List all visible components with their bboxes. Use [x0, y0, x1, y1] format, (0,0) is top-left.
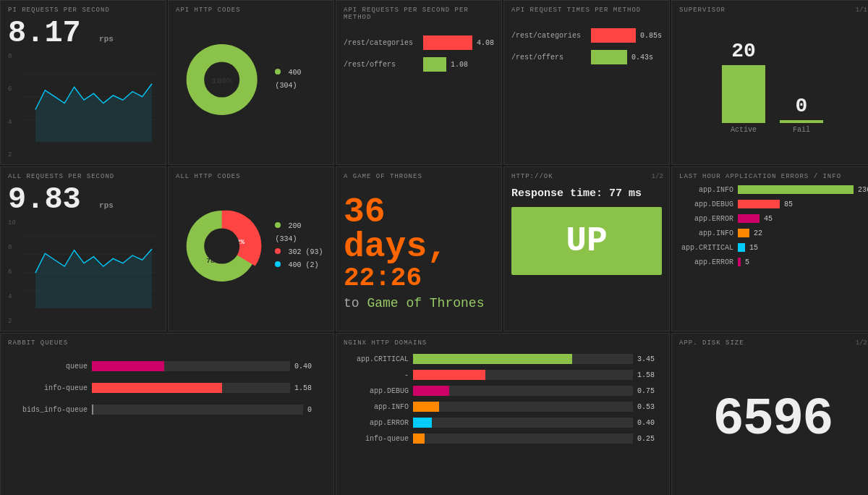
method-bar-offers [423, 57, 446, 72]
nginx-fill-infoqueue [413, 433, 425, 444]
disk-badge: 1/2 [856, 339, 867, 347]
nginx-label-infoqueue: info-queue [351, 435, 409, 443]
nginx-value-infoqueue: 0.25 [637, 435, 655, 443]
nginx-track-info [413, 402, 633, 412]
response-time: Response time: 77 ms [511, 187, 662, 200]
rabbit-label-bids: bids_info-queue [22, 406, 88, 414]
rabbit-fill-infoqueue [92, 383, 222, 393]
api-times-title: API REQUEST TIMES PER METHOD [511, 7, 662, 14]
time-bar-offers [591, 50, 627, 64]
nginx-track-dash [413, 370, 633, 380]
rabbit-fill-queue [92, 361, 164, 371]
all-rps-chart: 10 8 6 4 2 [8, 218, 158, 326]
error-fill-info2 [738, 229, 749, 237]
time-value-categories: 0.85s [640, 32, 662, 40]
supervisor-bars: 20 Active 0 Fail [679, 18, 866, 134]
api-rps-method-panel: API REQUESTS PER SECOND PER METHOD /rest… [336, 0, 502, 165]
all-rps-panel: ALL REQUESTS PER SECOND 9.83 rps 10 8 6 … [0, 166, 166, 331]
rabbit-value-bids: 0 [307, 406, 312, 414]
got-days: 36 days, [344, 195, 494, 264]
legend-item-400: 400 (304) [275, 67, 326, 93]
rabbit-label-infoqueue: info-queue [22, 384, 88, 392]
legend-dot-400b [275, 261, 281, 267]
nginx-panel: NGINX HTTP DOMAINS app.CRITICAL 3.45 - 1… [336, 333, 670, 495]
error-row-error2: app.ERROR 5 [679, 257, 866, 267]
error-value-debug: 85 [784, 200, 793, 208]
error-row-error1: app.ERROR 45 [679, 213, 866, 224]
nginx-track-error [413, 418, 633, 428]
error-row-info2: app.INFO 22 [679, 228, 866, 238]
legend-dot-400 [275, 69, 281, 75]
nginx-track-infoqueue [413, 433, 633, 444]
nginx-row-debug: app.DEBUG 0.75 [351, 386, 655, 396]
nginx-label-error: app.ERROR [351, 419, 409, 427]
time-row-offers: /rest/offers 0.43s [511, 50, 662, 64]
legend-dot-200 [275, 222, 281, 228]
supervisor-fail-label: Fail [793, 126, 810, 134]
all-rps-title: ALL REQUESTS PER SECOND [8, 173, 158, 180]
method-label-offers: /rest/offers [344, 61, 423, 69]
time-value-offers: 0.43s [631, 54, 653, 62]
nginx-track-debug [413, 386, 633, 396]
all-http-title: ALL HTTP CODES [176, 173, 326, 180]
error-label-critical: app.CRITICAL [679, 244, 733, 252]
time-bar-categories [591, 28, 636, 43]
disk-value: 6596 [679, 390, 866, 449]
error-label-debug: app.DEBUG [679, 200, 733, 208]
pi-rps-chart: 8 6 4 2 [8, 51, 158, 160]
all-http-pie-container: 22% 78% 200 (334) 302 (93) 400 (2) [176, 185, 326, 308]
rabbit-row-queue: queue 0.40 [22, 361, 312, 371]
rabbit-label-queue: queue [22, 363, 88, 371]
pi-rps-panel: PI REQUESTS PER SECOND 8.17 rps 8 6 4 2 [0, 0, 166, 165]
pi-rps-svg [22, 51, 158, 142]
api-http-donut: 100% [176, 33, 268, 127]
nginx-row-infoqueue: info-queue 0.25 [351, 433, 655, 444]
error-fill-error1 [738, 214, 760, 223]
error-value-info2: 22 [754, 229, 762, 237]
api-http-title: API HTTP CODES [176, 7, 326, 14]
rabbit-fill-bids [92, 405, 93, 415]
supervisor-fail-num: 0 [796, 95, 808, 117]
error-value-error2: 5 [745, 258, 749, 266]
supervisor-active-col: 20 Active [722, 40, 765, 134]
rabbit-bars: queue 0.40 info-queue 1.58 bids_info-que… [8, 361, 326, 415]
nginx-label-debug: app.DEBUG [351, 387, 409, 395]
nginx-row-info: app.INFO 0.53 [351, 402, 655, 412]
nginx-value-debug: 0.75 [637, 387, 655, 395]
rabbit-row-infoqueue: info-queue 1.58 [22, 383, 312, 393]
supervisor-active-label: Active [731, 126, 757, 134]
all-http-legend: 200 (334) 302 (93) 400 (2) [275, 220, 326, 272]
legend-dot-302 [275, 248, 281, 254]
pi-rps-y-axis: 8 6 4 2 [8, 51, 12, 160]
legend-400: 400 (2) [275, 259, 326, 272]
api-rps-method-bars: /rest/categories 4.08 /rest/offers 1.08 [344, 35, 494, 72]
rabbit-row-bids: bids_info-queue 0 [22, 405, 312, 415]
error-bar-error1 [738, 213, 760, 224]
error-label-error1: app.ERROR [679, 215, 733, 223]
supervisor-active-bar [722, 65, 765, 123]
api-http-pie-container: 100% 400 (304) [176, 18, 326, 141]
nginx-label-critical: app.CRITICAL [351, 355, 409, 363]
error-bar-info2 [738, 228, 749, 238]
pi-rps-title: PI REQUESTS PER SECOND [8, 7, 158, 14]
nginx-label-info: app.INFO [351, 403, 409, 411]
error-bar-critical [738, 242, 745, 253]
error-value-critical: 15 [749, 244, 758, 252]
legend-302: 302 (93) [275, 246, 326, 259]
error-fill-debug [738, 200, 780, 208]
error-bar-info1 [738, 185, 854, 195]
error-label-info2: app.INFO [679, 229, 733, 237]
method-row-categories: /rest/categories 4.08 [344, 35, 494, 50]
svg-text:100%: 100% [212, 76, 233, 86]
all-rps-unit: rps [99, 201, 114, 210]
errors-panel: LAST HOUR APPLICATION ERRORS / INFO app.… [671, 166, 868, 331]
supervisor-badge: 1/1 [856, 7, 867, 14]
nginx-value-info: 0.53 [637, 403, 655, 411]
supervisor-fail-col: 0 Fail [780, 95, 823, 134]
pi-rps-unit: rps [99, 35, 114, 43]
http-ok-badge: 1/2 [652, 173, 663, 180]
errors-bars: app.INFO 236 app.DEBUG 85 app.ERROR 45 [679, 185, 866, 267]
error-fill-critical [738, 243, 745, 252]
error-row-critical: app.CRITICAL 15 [679, 242, 866, 253]
rabbit-track-infoqueue [92, 383, 290, 393]
